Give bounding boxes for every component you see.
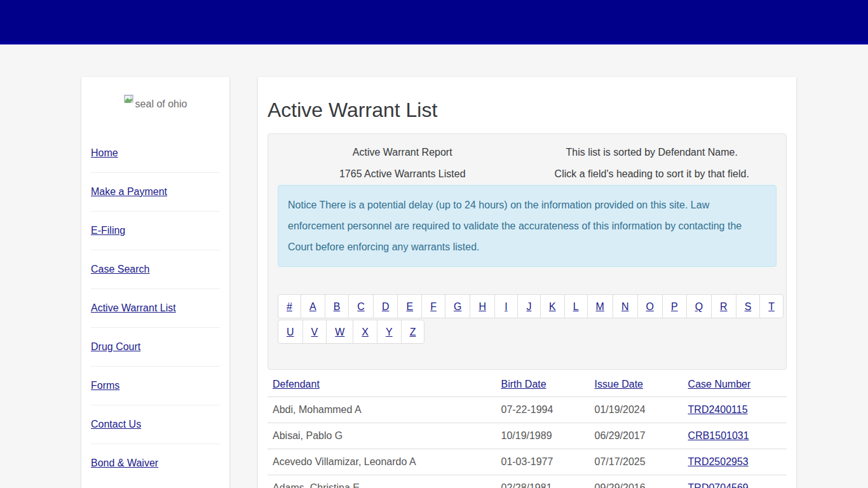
- alphabet-pagination: #ABCDEFGHIJKLMNOPQRST UVWXYZ: [278, 294, 776, 344]
- alphabet-item: P: [662, 294, 687, 318]
- alphabet-link-i[interactable]: I: [494, 294, 518, 318]
- birth-date-cell: 01-03-1977: [496, 449, 589, 475]
- sidebar-link-case-search[interactable]: Case Search: [91, 264, 150, 274]
- birth-date-cell: 07-22-1994: [496, 397, 589, 423]
- sidebar-link-make-a-payment[interactable]: Make a Payment: [91, 186, 167, 197]
- alphabet-link-f[interactable]: F: [421, 294, 445, 318]
- sidebar-link-active-warrant-list[interactable]: Active Warrant List: [91, 302, 176, 313]
- issue-date-cell: 07/17/2025: [590, 449, 683, 475]
- sort-link-case-number[interactable]: Case Number: [688, 379, 751, 390]
- alphabet-link-o[interactable]: O: [637, 294, 663, 318]
- alphabet-link-k[interactable]: K: [540, 294, 565, 318]
- alphabet-row-1: #ABCDEFGHIJKLMNOPQRST: [278, 294, 776, 318]
- column-header-cell: Case Number: [683, 372, 787, 397]
- alphabet-item: D: [373, 294, 398, 318]
- alphabet-item: R: [711, 294, 736, 318]
- alphabet-item: A: [301, 294, 325, 318]
- case-number-cell: TRD0704569: [683, 475, 787, 488]
- defendant-cell: Adams, Christina E: [268, 475, 496, 488]
- sidebar-link-bond-waiver[interactable]: Bond & Waiver: [91, 458, 158, 468]
- report-summary-panel: Active Warrant Report 1765 Active Warran…: [268, 133, 787, 370]
- notice-alert: Notice There is a potential delay (up to…: [278, 185, 776, 267]
- top-banner: [0, 0, 868, 44]
- alphabet-item: L: [564, 294, 588, 318]
- summary-columns: Active Warrant Report 1765 Active Warran…: [278, 142, 776, 185]
- case-number-cell: TRD2400115: [683, 397, 787, 423]
- sidebar-item: Forms: [91, 366, 220, 405]
- case-number-link[interactable]: TRD2502953: [688, 456, 749, 467]
- table-row: Acevedo Villamizar, Leonardo A01-03-1977…: [268, 449, 787, 475]
- sidebar-nav: HomeMake a PaymentE-FilingCase SearchAct…: [91, 134, 220, 482]
- sidebar-item: Make a Payment: [91, 172, 220, 211]
- alphabet-link-y[interactable]: Y: [377, 320, 402, 344]
- sort-info-line2: Click a field's heading to sort it by th…: [527, 163, 777, 185]
- alphabet-item: N: [613, 294, 638, 318]
- alphabet-link-g[interactable]: G: [445, 294, 470, 318]
- case-number-cell: CRB1501031: [683, 423, 787, 449]
- sidebar-link-e-filing[interactable]: E-Filing: [91, 225, 125, 236]
- alphabet-link-u[interactable]: U: [278, 320, 303, 344]
- alphabet-link-z[interactable]: Z: [401, 320, 425, 344]
- case-number-link[interactable]: TRD0704569: [688, 482, 749, 488]
- sort-link-issue-date[interactable]: Issue Date: [595, 379, 643, 390]
- alphabet-link-t[interactable]: T: [759, 294, 783, 318]
- table-row: Adams, Christina E02/28/198109/29/2016TR…: [268, 475, 787, 488]
- alphabet-item: Q: [686, 294, 712, 318]
- alphabet-link-m[interactable]: M: [587, 294, 613, 318]
- sidebar-link-drug-court[interactable]: Drug Court: [91, 341, 140, 352]
- alphabet-link-q[interactable]: Q: [686, 294, 712, 318]
- report-title: Active Warrant Report: [278, 142, 527, 163]
- alphabet-link-x[interactable]: X: [353, 320, 377, 344]
- sidebar-link-forms[interactable]: Forms: [91, 380, 119, 391]
- column-header-cell: Issue Date: [590, 372, 683, 397]
- sidebar: seal of ohio HomeMake a PaymentE-FilingC…: [81, 77, 229, 488]
- alphabet-link-e[interactable]: E: [397, 294, 422, 318]
- alphabet-item: Z: [401, 320, 425, 344]
- alphabet-link-c[interactable]: C: [348, 294, 374, 318]
- alphabet-item: K: [540, 294, 565, 318]
- alphabet-item: T: [759, 294, 783, 318]
- alphabet-item: E: [397, 294, 422, 318]
- sidebar-link-home[interactable]: Home: [91, 147, 118, 158]
- alphabet-link-a[interactable]: A: [301, 294, 325, 318]
- summary-right-column: This list is sorted by Defendant Name. C…: [527, 142, 777, 185]
- table-row: Abisai, Pablo G10/19/198906/29/2017CRB15…: [268, 423, 787, 449]
- column-header-cell: Defendant: [268, 372, 496, 397]
- alphabet-link-l[interactable]: L: [564, 294, 588, 318]
- alphabet-link-p[interactable]: P: [662, 294, 687, 318]
- warrant-count: 1765 Active Warrants Listed: [278, 163, 527, 185]
- sort-link-birth-date[interactable]: Birth Date: [501, 379, 546, 390]
- page-title: Active Warrant List: [268, 98, 787, 122]
- broken-image-icon: [124, 95, 135, 106]
- alphabet-link-j[interactable]: J: [517, 294, 541, 318]
- alphabet-link-v[interactable]: V: [302, 320, 327, 344]
- alphabet-link-hash[interactable]: #: [278, 294, 301, 318]
- alphabet-item: F: [421, 294, 445, 318]
- birth-date-cell: 10/19/1989: [496, 423, 589, 449]
- alphabet-link-r[interactable]: R: [711, 294, 736, 318]
- sort-link-defendant[interactable]: Defendant: [273, 379, 320, 390]
- alphabet-link-h[interactable]: H: [470, 294, 495, 318]
- alphabet-item: H: [470, 294, 495, 318]
- alphabet-item: G: [445, 294, 470, 318]
- defendant-cell: Abisai, Pablo G: [268, 423, 496, 449]
- alphabet-item: I: [494, 294, 518, 318]
- sidebar-link-contact-us[interactable]: Contact Us: [91, 419, 141, 430]
- alphabet-link-n[interactable]: N: [613, 294, 638, 318]
- case-number-link[interactable]: CRB1501031: [688, 430, 749, 441]
- issue-date-cell: 09/29/2016: [590, 475, 683, 488]
- defendant-cell: Abdi, Mohammed A: [268, 397, 496, 423]
- alphabet-link-b[interactable]: B: [325, 294, 349, 318]
- sidebar-item: Drug Court: [91, 327, 220, 366]
- alphabet-item: B: [325, 294, 349, 318]
- alphabet-link-s[interactable]: S: [736, 294, 761, 318]
- alphabet-link-d[interactable]: D: [373, 294, 398, 318]
- alphabet-item: O: [637, 294, 663, 318]
- table-row: Abdi, Mohammed A07-22-199401/19/2024TRD2…: [268, 397, 787, 423]
- sidebar-item: Home: [91, 134, 220, 172]
- sidebar-item: E-Filing: [91, 211, 220, 250]
- issue-date-cell: 01/19/2024: [590, 397, 683, 423]
- case-number-link[interactable]: TRD2400115: [688, 404, 748, 415]
- alphabet-link-w[interactable]: W: [326, 320, 353, 344]
- alphabet-item: S: [736, 294, 761, 318]
